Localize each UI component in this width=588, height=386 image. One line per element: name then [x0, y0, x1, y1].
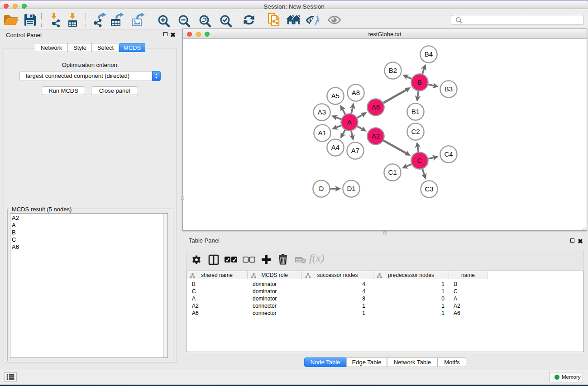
svg-text:A8: A8: [352, 89, 360, 96]
svg-text:A: A: [347, 118, 352, 126]
svg-text:B: B: [417, 78, 422, 86]
svg-text:B3: B3: [445, 85, 453, 93]
svg-text:A6: A6: [372, 103, 380, 111]
svg-text:A3: A3: [318, 108, 326, 116]
svg-text:C: C: [417, 157, 422, 164]
svg-text:B2: B2: [389, 67, 397, 74]
svg-text:A1: A1: [318, 129, 326, 137]
svg-text:D: D: [319, 185, 324, 192]
svg-text:B1: B1: [411, 108, 420, 115]
svg-text:C3: C3: [425, 185, 433, 193]
svg-text:A7: A7: [351, 147, 359, 154]
svg-text:B4: B4: [425, 50, 433, 58]
svg-text:A5: A5: [331, 92, 339, 100]
svg-text:C2: C2: [411, 128, 420, 135]
svg-text:A4: A4: [331, 143, 339, 151]
svg-text:A2: A2: [372, 132, 380, 140]
svg-text:C1: C1: [388, 168, 397, 176]
svg-text:D1: D1: [347, 185, 355, 192]
svg-text:C4: C4: [444, 150, 453, 158]
